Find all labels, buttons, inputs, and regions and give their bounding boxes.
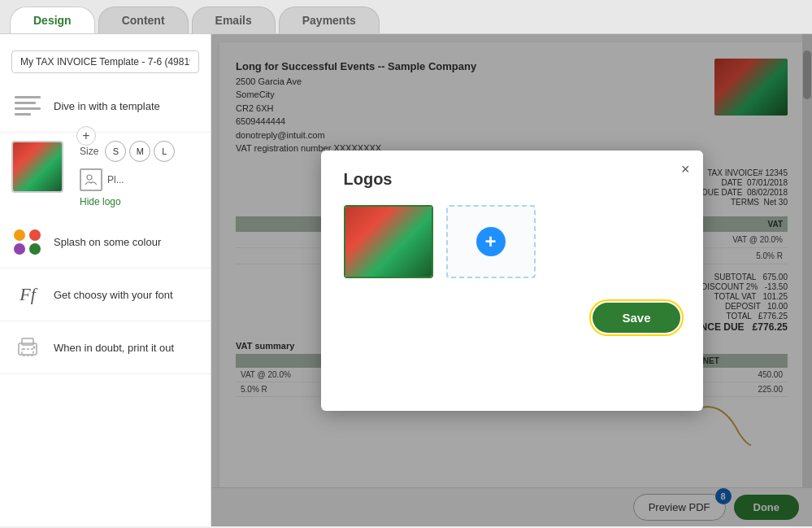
size-small-button[interactable]: S [105,141,126,162]
dot-red [29,229,41,241]
size-large-button[interactable]: L [154,141,175,162]
sidebar-item-template-label: Dive in with a template [54,100,160,112]
sidebar: Dive in with a template + Size S M L [0,34,211,526]
sidebar-item-font[interactable]: Ff Get choosy with your font [0,268,211,321]
logo-add-plus-icon: + [476,227,506,256]
svg-point-0 [87,175,92,180]
color-dots-grid [14,229,41,255]
placeholder-row: Pl... [80,168,178,191]
template-name-input[interactable] [11,50,199,73]
placeholder-label: Pl... [107,174,124,185]
template-line-2 [15,102,36,104]
print-icon [11,331,44,364]
font-icon-symbol: Ff [20,284,36,305]
modal-overlay: × Logos + Save [211,34,812,526]
logo-add-button[interactable]: + [76,126,96,146]
tab-content[interactable]: Content [98,7,189,33]
svg-rect-2 [22,338,33,345]
hide-logo-link[interactable]: Hide logo [80,196,178,207]
template-line-3 [15,107,41,110]
modal-save-button[interactable]: Save [593,303,680,333]
sidebar-item-print[interactable]: When in doubt, print it out [0,321,211,374]
template-input-wrap [0,44,211,80]
logo-add-option[interactable]: + [446,205,536,278]
size-label: Size [80,146,98,157]
tab-emails[interactable]: Emails [192,7,276,33]
logo-thumbnail-image [13,142,62,191]
modal-title: Logos [344,170,680,189]
logo-size-row: Size S M L [80,141,178,162]
dot-purple [14,243,25,255]
tab-design[interactable]: Design [10,7,95,33]
sidebar-item-template[interactable]: Dive in with a template [0,80,211,133]
logo-thumbnail [11,141,63,193]
dot-orange [14,229,25,241]
sidebar-item-colour[interactable]: Splash on some colour [0,216,211,268]
top-navigation: Design Content Emails Payments [0,0,812,34]
colour-icon [11,225,44,258]
tab-payments[interactable]: Payments [279,7,380,33]
sidebar-logo-section: + Size S M L [0,133,211,216]
sidebar-item-print-label: When in doubt, print it out [54,342,174,354]
sidebar-item-colour-label: Splash on some colour [54,236,161,248]
svg-point-4 [33,347,36,349]
sidebar-item-font-label: Get choosy with your font [54,289,173,301]
template-line-4 [15,113,31,116]
modal-close-button[interactable]: × [681,162,690,177]
content-area: Long for Successful Events -- Sample Com… [211,34,812,526]
font-icon: Ff [11,278,44,311]
logos-grid: + [344,205,680,278]
dot-green [29,243,41,255]
main-layout: Dive in with a template + Size S M L [0,34,812,526]
size-medium-button[interactable]: M [129,141,150,162]
template-line-1 [15,96,41,98]
print-icon-svg [14,334,41,361]
logo-option-existing[interactable] [344,205,433,278]
template-icon [11,89,44,122]
modal-save-row: Save [344,303,680,333]
placeholder-icon [80,168,102,191]
logo-option-image [345,207,432,277]
logos-modal: × Logos + Save [321,151,703,411]
